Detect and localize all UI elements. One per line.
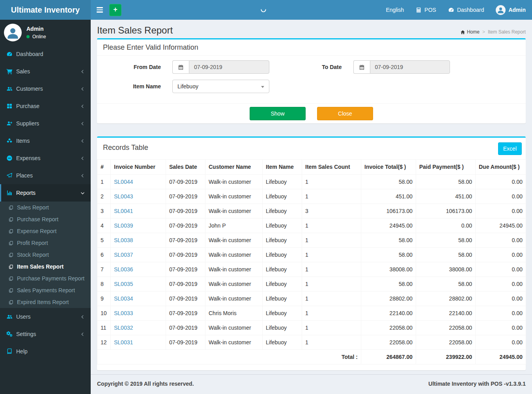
sidebar-item-help[interactable]: Help bbox=[0, 343, 91, 360]
invoice-link[interactable]: SL0037 bbox=[114, 252, 133, 258]
sidebar-subitem-purchase-payments-report[interactable]: Purchase Payments Report bbox=[0, 273, 91, 284]
user-menu[interactable]: Admin bbox=[490, 0, 532, 20]
sidebar-item-suppliers[interactable]: Suppliers bbox=[0, 115, 91, 132]
cell-item-name: Lifebuoy bbox=[263, 335, 302, 350]
excel-button[interactable]: Excel bbox=[498, 142, 522, 155]
cell-customer-name: Walk-in customer bbox=[205, 248, 263, 262]
sidebar-item-expenses[interactable]: Expenses bbox=[0, 149, 91, 167]
calendar-icon bbox=[178, 64, 184, 70]
cell-customer-name: John P bbox=[205, 218, 263, 233]
col-header-due-amount: Due Amount($ ) bbox=[476, 160, 526, 175]
sidebar-subitem-sales-report[interactable]: Sales Report bbox=[0, 202, 91, 213]
cell-invoice-total: 28802.00 bbox=[361, 291, 416, 306]
sidebar-item-places[interactable]: Places bbox=[0, 167, 91, 184]
to-date-label: To Date bbox=[312, 60, 342, 74]
cell-due-amount: 0.00 bbox=[476, 189, 526, 204]
from-date-input[interactable] bbox=[189, 60, 269, 74]
loading-spinner-icon bbox=[260, 6, 267, 13]
copy-icon bbox=[8, 205, 13, 210]
invoice-link[interactable]: SL0031 bbox=[114, 339, 133, 345]
sidebar-subitem-purchase-report[interactable]: Purchase Report bbox=[0, 213, 91, 225]
cell-customer-name: Walk-in customer bbox=[205, 277, 263, 291]
calendar-addon bbox=[353, 60, 370, 74]
sidebar-subitem-sales-payments-report[interactable]: Sales Payments Report bbox=[0, 284, 91, 296]
invoice-link[interactable]: SL0044 bbox=[114, 179, 133, 185]
cell-index: 6 bbox=[97, 248, 111, 262]
sidebar-subitem-expired-items-report[interactable]: Expired Items Report bbox=[0, 296, 91, 308]
cell-due-amount: 0.00 bbox=[476, 277, 526, 291]
cell-invoice-total: 58.00 bbox=[361, 233, 416, 248]
invoice-link[interactable]: SL0038 bbox=[114, 237, 133, 243]
cell-customer-name: Walk-in customer bbox=[205, 204, 263, 218]
add-button[interactable]: + bbox=[109, 4, 121, 16]
cell-invoice-total: 38008.00 bbox=[361, 262, 416, 277]
sidebar-item-dashboard[interactable]: Dashboard bbox=[0, 45, 91, 63]
cell-index: 3 bbox=[97, 204, 111, 218]
cell-due-amount: 0.00 bbox=[476, 248, 526, 262]
copy-icon bbox=[8, 252, 13, 258]
dashboard-link[interactable]: Dashboard bbox=[442, 0, 490, 20]
user-status: Online bbox=[26, 34, 46, 39]
sidebar-item-users[interactable]: Users bbox=[0, 308, 91, 325]
invoice-link[interactable]: SL0039 bbox=[114, 222, 133, 229]
invoice-link[interactable]: SL0035 bbox=[114, 281, 133, 287]
show-button[interactable]: Show bbox=[250, 107, 306, 120]
to-date-input[interactable] bbox=[370, 60, 450, 74]
sidebar-item-reports[interactable]: Reports bbox=[0, 184, 91, 202]
sidebar-item-purchase[interactable]: Purchase bbox=[0, 97, 91, 115]
cell-item-sales-count: 1 bbox=[302, 335, 361, 350]
cell-paid-payment: 58.00 bbox=[416, 233, 476, 248]
sidebar-item-items[interactable]: Items bbox=[0, 132, 91, 149]
copy-icon bbox=[8, 288, 13, 293]
invoice-link[interactable]: SL0032 bbox=[114, 325, 133, 331]
cell-item-sales-count: 1 bbox=[302, 321, 361, 335]
cell-index: 4 bbox=[97, 218, 111, 233]
cubes-icon bbox=[6, 138, 13, 144]
sidebar-subitem-stock-report[interactable]: Stock Report bbox=[0, 249, 91, 261]
copy-icon bbox=[8, 229, 13, 234]
invoice-link[interactable]: SL0043 bbox=[114, 193, 133, 200]
cell-due-amount: 0.00 bbox=[476, 204, 526, 218]
grid-icon bbox=[6, 103, 13, 109]
item-name-select[interactable]: Lifebuoy bbox=[172, 80, 269, 93]
close-button[interactable]: Close bbox=[317, 107, 373, 120]
chevron-left-icon bbox=[80, 87, 85, 91]
invoice-link[interactable]: SL0036 bbox=[114, 266, 133, 273]
cell-due-amount: 0.00 bbox=[476, 291, 526, 306]
cell-customer-name: Walk-in customer bbox=[205, 189, 263, 204]
users-icon bbox=[6, 86, 13, 92]
cell-customer-name: Walk-in customer bbox=[205, 233, 263, 248]
user-name: Admin bbox=[26, 26, 46, 32]
invoice-link[interactable]: SL0041 bbox=[114, 208, 133, 214]
col-header-item-name: Item Name bbox=[263, 160, 302, 175]
app-logo[interactable]: Ultimate Inventory bbox=[0, 0, 91, 20]
user-avatar-large bbox=[4, 24, 22, 41]
sidebar-toggle-button[interactable] bbox=[91, 0, 109, 20]
invoice-link[interactable]: SL0033 bbox=[114, 310, 133, 316]
calculator-icon bbox=[416, 7, 422, 13]
sidebar-subitem-item-sales-report[interactable]: Item Sales Report bbox=[0, 261, 91, 273]
breadcrumb-home-link[interactable]: Home bbox=[460, 29, 480, 35]
gears-icon bbox=[6, 331, 13, 337]
cell-invoice-number: SL0033 bbox=[111, 306, 166, 321]
invoice-link[interactable]: SL0034 bbox=[114, 295, 133, 302]
table-row: 1 SL0044 07-09-2019 Walk-in customer Lif… bbox=[97, 175, 526, 189]
cell-index: 10 bbox=[97, 306, 111, 321]
user-plus-icon bbox=[6, 120, 13, 127]
cell-paid-payment: 58.00 bbox=[416, 175, 476, 189]
calendar-addon bbox=[172, 60, 189, 74]
cell-index: 5 bbox=[97, 233, 111, 248]
pos-link[interactable]: POS bbox=[410, 0, 442, 20]
sidebar-item-customers[interactable]: Customers bbox=[0, 80, 91, 97]
language-menu[interactable]: English bbox=[380, 0, 410, 20]
records-box-title: Records Table bbox=[103, 144, 148, 151]
chevron-left-icon bbox=[80, 69, 85, 74]
sidebar-subitem-expense-report[interactable]: Expense Report bbox=[0, 225, 91, 237]
cell-sales-date: 07-09-2019 bbox=[166, 321, 205, 335]
sidebar-item-settings[interactable]: Settings bbox=[0, 325, 91, 343]
cell-sales-date: 07-09-2019 bbox=[166, 306, 205, 321]
sidebar-subitem-profit-report[interactable]: Profit Report bbox=[0, 237, 91, 249]
user-avatar bbox=[496, 5, 506, 15]
users-icon bbox=[6, 314, 13, 320]
sidebar-item-sales[interactable]: Sales bbox=[0, 63, 91, 80]
